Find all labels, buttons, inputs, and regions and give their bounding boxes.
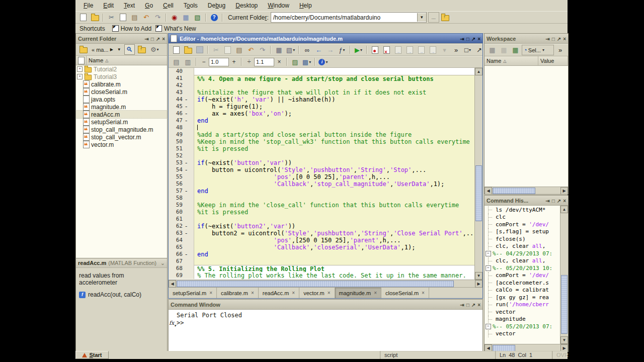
scrollbar-thumb[interactable]: [561, 275, 568, 334]
scroll-right-icon[interactable]: ▶: [475, 280, 482, 288]
editor-vertical-scrollbar[interactable]: ▲ ▼: [474, 68, 482, 280]
new-file-icon[interactable]: [171, 45, 182, 55]
import-data-icon[interactable]: ▦: [510, 45, 521, 55]
history-item[interactable]: [gx gy gz] = rea: [485, 294, 560, 301]
menu-desktop[interactable]: Desktop: [230, 1, 263, 10]
redo-icon[interactable]: ↷: [257, 45, 268, 55]
file-magnitude.m[interactable]: magnitude.m: [76, 103, 167, 111]
close-icon[interactable]: ×: [162, 36, 165, 42]
tab-magnitude.m[interactable]: magnitude.m×: [335, 288, 381, 298]
undo-icon[interactable]: ↶: [141, 12, 151, 23]
redo-icon[interactable]: ↷: [152, 12, 163, 23]
file-readAcc.m[interactable]: readAcc.m: [76, 111, 167, 118]
tab-setupSerial.m[interactable]: setupSerial.m×: [169, 288, 217, 298]
open-folder-icon[interactable]: [90, 12, 100, 23]
go-forward-icon[interactable]: →: [325, 45, 336, 55]
open-file-icon[interactable]: [183, 45, 193, 55]
file-Tutorial3[interactable]: +Tutorial3: [76, 73, 167, 80]
file-Tutorial2[interactable]: +Tutorial2: [76, 65, 167, 73]
subtract-run-button[interactable]: −: [200, 58, 208, 66]
breadcrumb-arrow-icon[interactable]: ▶: [110, 47, 113, 52]
history-horizontal-scrollbar[interactable]: ◀ ▶: [485, 344, 568, 351]
file-details-header[interactable]: readAcc.m (MATLAB Function) ⌄: [76, 258, 167, 268]
insert-cell-divider-icon[interactable]: ▥: [183, 57, 193, 67]
undo-icon[interactable]: ↶: [246, 45, 256, 55]
undock-icon[interactable]: ↗: [471, 302, 475, 308]
multiply-run-button[interactable]: ×: [275, 58, 283, 66]
details-signature[interactable]: readAcc(out, calCo): [88, 291, 141, 298]
maximize-icon[interactable]: □: [466, 302, 469, 308]
history-item[interactable]: vector: [485, 308, 560, 316]
maximize-icon[interactable]: □: [552, 36, 555, 42]
history-item[interactable]: clc, clear all,: [485, 257, 560, 265]
scroll-left-icon[interactable]: ◀: [169, 280, 176, 288]
value-column-header[interactable]: Value: [538, 56, 568, 65]
print-preview-icon[interactable]: ▧▾: [285, 45, 296, 55]
undock-icon[interactable]: ↗: [557, 36, 561, 42]
breadcrumb[interactable]: « ma... ▶: [90, 45, 115, 54]
insert-cell-icon[interactable]: ▤: [171, 57, 182, 67]
plot-selector-button[interactable]: ◔ Sel... ▾: [522, 45, 554, 55]
history-item[interactable]: [s,flag] = setup: [485, 228, 560, 236]
start-button[interactable]: Start: [75, 351, 109, 359]
file-setupSerial.m[interactable]: setupSerial.m: [76, 118, 167, 126]
shortcut-what-s-new[interactable]: What's New: [155, 25, 196, 32]
history-item[interactable]: comPort = '/dev/: [485, 272, 560, 280]
dock-icon[interactable]: ⇥: [545, 36, 549, 42]
up-folder-icon[interactable]: [440, 12, 451, 23]
close-icon[interactable]: ×: [563, 36, 566, 42]
tab-calibrate.m[interactable]: calibrate.m×: [217, 288, 259, 298]
scroll-down-icon[interactable]: ▼: [475, 272, 482, 280]
shortcut-how-to-add[interactable]: How to Add: [112, 25, 151, 32]
scroll-up-icon[interactable]: ▲: [560, 206, 568, 213]
copy-icon[interactable]: [118, 12, 128, 23]
menu-edit[interactable]: Edit: [98, 1, 119, 10]
scroll-up-icon[interactable]: ▲: [475, 68, 482, 75]
close-icon[interactable]: ×: [477, 36, 480, 42]
history-item[interactable]: clc, clear all,: [485, 243, 560, 250]
cell-info-icon[interactable]: i▾: [318, 57, 329, 67]
undock-icon[interactable]: ↗: [156, 36, 160, 42]
dock-icon[interactable]: ⇥: [460, 36, 464, 42]
history-item[interactable]: calCo = calibrat: [485, 287, 560, 294]
close-tab-icon[interactable]: ×: [422, 290, 425, 296]
clear-breakpoints-icon[interactable]: [381, 45, 392, 55]
undock-icon[interactable]: ↗: [557, 198, 561, 204]
actions-gear-icon[interactable]: ⚙▾: [149, 44, 160, 55]
details-collapse-icon[interactable]: ⌄: [160, 260, 165, 266]
folder-icon[interactable]: [78, 44, 89, 55]
menu-help[interactable]: Help: [294, 1, 317, 10]
file-stop_call_vector.m[interactable]: stop_call_vector.m: [76, 133, 167, 141]
close-tab-icon[interactable]: ×: [292, 290, 295, 296]
close-tab-icon[interactable]: ×: [328, 290, 331, 296]
name-column-header[interactable]: Name△: [485, 56, 538, 65]
simulink-icon[interactable]: ◉: [169, 12, 180, 23]
history-vertical-scrollbar[interactable]: ▲ ▼: [560, 206, 568, 344]
tab-vector.m[interactable]: vector.m×: [299, 288, 335, 298]
add-run-button[interactable]: +: [230, 58, 238, 66]
collapse-icon[interactable]: −: [486, 265, 491, 271]
close-tab-icon[interactable]: ×: [251, 290, 254, 296]
menu-window[interactable]: Window: [263, 1, 294, 10]
browse-folder-button[interactable]: ...: [428, 12, 439, 23]
go-back-icon[interactable]: ←: [313, 45, 324, 55]
run-icon[interactable]: ▶▾: [353, 45, 364, 55]
layout-dropdown[interactable]: □▾: [462, 45, 473, 55]
code-area[interactable]: 4041%% 4. Open a new figure - add start/…: [169, 68, 482, 280]
chevron-down-icon[interactable]: ▼: [417, 13, 426, 22]
history-item[interactable]: comPort = '/dev/: [485, 221, 560, 228]
history-item[interactable]: −%-- 05/20/2013 07:: [485, 323, 560, 330]
menu-text[interactable]: Text: [119, 1, 140, 10]
maximize-icon[interactable]: □: [466, 36, 469, 42]
new-variable-icon[interactable]: ▦: [487, 45, 498, 55]
undock-icon[interactable]: ↗: [471, 36, 475, 42]
close-icon[interactable]: ×: [477, 302, 480, 308]
dock-icon[interactable]: ⇥: [460, 302, 464, 308]
history-item[interactable]: magnitude: [485, 316, 560, 323]
close-icon[interactable]: ×: [563, 198, 566, 204]
profiler-icon[interactable]: ▧: [192, 12, 203, 23]
paste-icon[interactable]: ▤: [129, 12, 140, 23]
editor-horizontal-scrollbar[interactable]: ◀ ▶: [169, 280, 482, 287]
workspace-body[interactable]: [485, 66, 568, 187]
help-icon[interactable]: ?: [209, 12, 219, 23]
